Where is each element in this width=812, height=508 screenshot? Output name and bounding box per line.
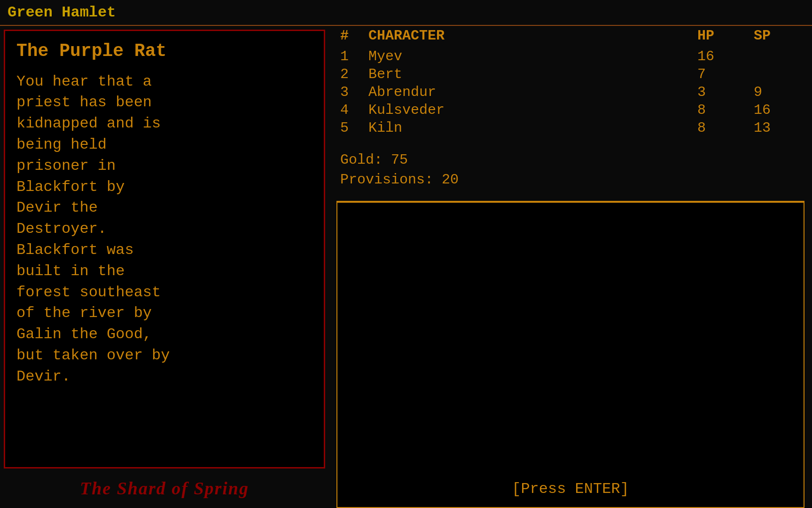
press-enter-label[interactable]: [Press ENTER] [512,480,629,498]
char-sp [754,66,801,82]
char-hp: 3 [697,84,754,100]
col-sp: SP [754,28,801,44]
location-name: The Purple Rat [16,40,312,62]
char-name: Kiln [368,120,697,136]
game-screen: Green Hamlet The Purple Rat You hear tha… [0,0,812,508]
location-title: Green Hamlet [8,4,116,21]
map-box: [Press ENTER] [336,201,804,508]
left-panel: The Purple Rat You hear that a priest ha… [0,26,329,508]
char-hp: 8 [697,102,754,118]
char-num: 3 [340,84,368,100]
char-table-body: 1Myev162Bert73Abrendur394Kulsveder8165Ki… [336,48,804,137]
char-num: 4 [340,102,368,118]
char-num: 5 [340,120,368,136]
table-row: 3Abrendur39 [336,83,804,101]
char-sp [754,48,801,64]
char-name: Kulsveder [368,102,697,118]
col-hp: HP [697,28,754,44]
char-sp: 13 [754,120,801,136]
main-content: The Purple Rat You hear that a priest ha… [0,26,812,508]
table-row: 5Kiln813 [336,119,804,137]
story-text: You hear that a priest has been kidnappe… [16,71,312,388]
gold-display: Gold: 75 [340,152,801,168]
char-hp: 16 [697,48,754,64]
table-row: 4Kulsveder816 [336,101,804,119]
table-row: 2Bert7 [336,65,804,83]
char-table-header: # CHARACTER HP SP [336,26,804,46]
right-panel: # CHARACTER HP SP 1Myev162Bert73Abrendur… [329,26,812,508]
top-bar: Green Hamlet [0,0,812,26]
col-num: # [340,28,368,44]
char-name: Abrendur [368,84,697,100]
char-sp: 9 [754,84,801,100]
resources-section: Gold: 75 Provisions: 20 [336,148,804,195]
text-box: The Purple Rat You hear that a priest ha… [4,30,325,468]
table-row: 1Myev16 [336,48,804,65]
game-title: The Shard of Spring [4,472,325,504]
char-sp: 16 [754,102,801,118]
char-name: Bert [368,66,697,82]
char-hp: 8 [697,120,754,136]
char-num: 1 [340,48,368,64]
char-num: 2 [340,66,368,82]
col-character: CHARACTER [368,28,697,44]
char-hp: 7 [697,66,754,82]
provisions-display: Provisions: 20 [340,172,801,188]
char-name: Myev [368,48,697,64]
